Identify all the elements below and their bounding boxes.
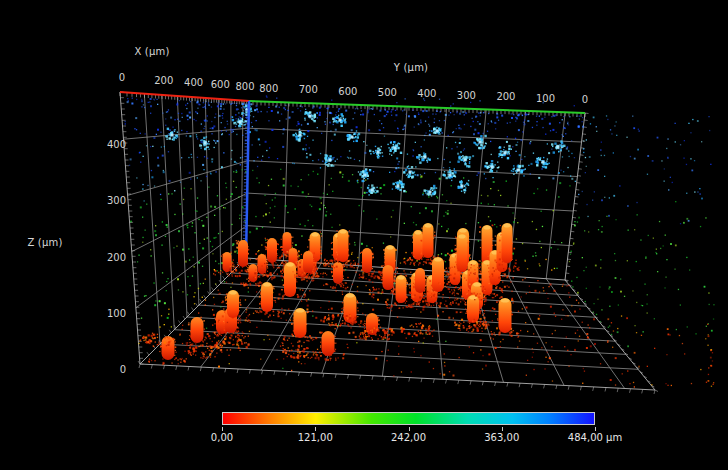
box-grid (124, 94, 639, 389)
colorbar-tick-label: 363,00 (484, 432, 519, 443)
colorbar-tick-label: 0,00 (211, 432, 233, 443)
colorbar-tick-label: 242,00 (391, 432, 426, 443)
colorbar-tick-label: 484,00 µm (568, 432, 622, 443)
colorbar-tick (595, 427, 596, 431)
y-axis-tick-label: 100 (536, 93, 555, 104)
x-axis-tick-label: 600 (211, 79, 230, 90)
z-axis-title: Z (µm) (27, 237, 62, 248)
y-axis-tick-label: 400 (417, 88, 436, 99)
x-axis-tick-label: 400 (184, 77, 203, 88)
plot-3d-scene[interactable] (0, 0, 728, 470)
x-axis-title: X (µm) (134, 46, 169, 57)
colorbar-gradient (222, 412, 595, 425)
colorbar-tick (315, 427, 316, 431)
z-axis-tick-label: 300 (107, 195, 126, 206)
colorbar-tick-label: 121,00 (298, 432, 333, 443)
y-axis-line (249, 101, 585, 113)
x-axis-tick-label: 200 (154, 75, 173, 86)
depth-colorbar: 0,00 121,00 242,00 363,00 484,00 µm (222, 412, 595, 425)
x-axis-tick-label: 800 (235, 81, 254, 92)
z-axis-tick-label: 0 (120, 364, 126, 375)
x-axis-line (120, 92, 249, 101)
z-axis-line (246, 101, 249, 258)
y-axis-tick-label: 800 (259, 83, 278, 94)
y-axis-title: Y (µm) (394, 62, 428, 73)
y-axis-tick-label: 0 (582, 94, 588, 105)
colorbar-tick (409, 427, 410, 431)
z-axis-tick-label: 200 (107, 251, 126, 262)
3d-render-viewport[interactable]: X (µm) Y (µm) Z (µm) 0,00 121,00 242,00 … (0, 0, 728, 470)
y-axis-tick-label: 700 (299, 84, 318, 95)
colorbar-tick (222, 427, 223, 431)
z-axis-tick-label: 400 (107, 139, 126, 150)
y-axis-tick-label: 200 (496, 91, 515, 102)
x-axis-tick-label: 0 (119, 72, 125, 83)
colorbar-tick (502, 427, 503, 431)
y-axis-tick-label: 600 (338, 86, 357, 97)
y-axis-tick-label: 500 (378, 87, 397, 98)
minor-ticks (120, 92, 658, 394)
y-axis-tick-label: 300 (457, 90, 476, 101)
z-axis-tick-label: 100 (107, 307, 126, 318)
